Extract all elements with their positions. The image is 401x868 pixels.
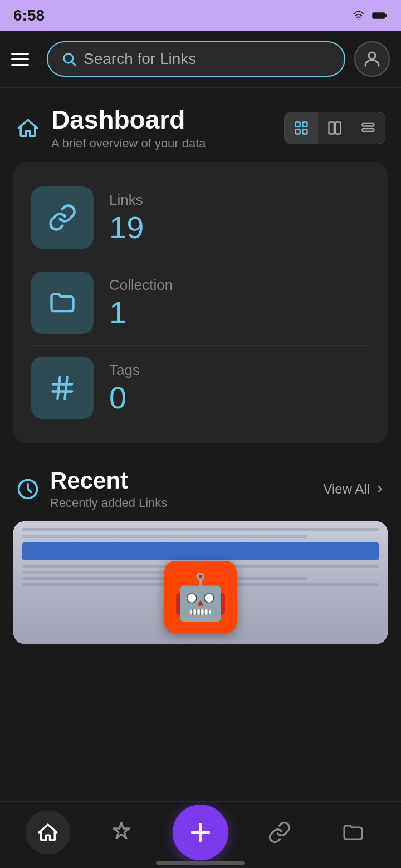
- reddit-icon: 🤖: [173, 575, 228, 619]
- view-columns-button[interactable]: [318, 112, 351, 144]
- wifi-icon: [351, 10, 366, 21]
- link-icon: [48, 203, 77, 232]
- recent-card-bg: 🤖: [13, 521, 388, 644]
- bottom-nav: [0, 801, 401, 868]
- nav-add-icon: [187, 819, 214, 846]
- svg-line-3: [72, 62, 75, 65]
- svg-rect-10: [335, 122, 340, 134]
- home-indicator: [156, 861, 245, 865]
- view-all-label: View All: [323, 481, 370, 497]
- recent-header: Recent Recently added Links View All: [0, 459, 401, 517]
- view-all-button[interactable]: View All: [323, 481, 385, 497]
- svg-point-4: [369, 52, 375, 59]
- status-icons: [351, 10, 388, 21]
- links-info: Links 19: [109, 191, 144, 243]
- recent-clock-icon: [16, 477, 40, 501]
- collection-value: 1: [109, 297, 173, 328]
- nav-add-button[interactable]: [173, 805, 228, 860]
- collection-label: Collection: [109, 277, 173, 294]
- stat-row-links: Links 19: [31, 175, 370, 260]
- links-icon-box: [31, 186, 94, 249]
- dashboard-header: Dashboard A brief overview of your data: [0, 88, 401, 162]
- view-toggle: [284, 112, 385, 144]
- svg-rect-9: [329, 122, 334, 134]
- status-bar: 6:58: [0, 0, 401, 31]
- dashboard-subtitle: A brief overview of your data: [51, 136, 206, 151]
- nav-home-icon: [36, 821, 60, 844]
- svg-rect-8: [302, 130, 307, 134]
- links-value: 19: [109, 212, 144, 243]
- stats-card: Links 19 Collection 1: [13, 162, 388, 443]
- svg-line-16: [65, 377, 67, 398]
- nav-link-icon: [268, 821, 291, 844]
- svg-line-15: [57, 377, 60, 398]
- recent-title-block: Recent Recently added Links: [50, 468, 167, 510]
- dashboard-title-block: Dashboard A brief overview of your data: [51, 106, 206, 151]
- tags-icon-box: [31, 357, 94, 419]
- top-nav: Search for Links: [0, 31, 401, 87]
- tags-label: Tags: [109, 362, 140, 379]
- chevron-right-icon: [374, 484, 385, 495]
- svg-rect-0: [373, 13, 385, 18]
- nav-link-button[interactable]: [257, 810, 302, 855]
- tags-info: Tags 0: [109, 362, 140, 413]
- tags-value: 0: [109, 382, 140, 413]
- dashboard-home-icon: [16, 116, 40, 140]
- collection-icon-box: [31, 272, 94, 334]
- battery-icon: [372, 10, 388, 21]
- view-list-button[interactable]: [351, 112, 385, 144]
- recent-title: Recent: [50, 468, 167, 494]
- recent-subtitle: Recently added Links: [50, 496, 167, 510]
- hash-icon: [48, 373, 77, 402]
- svg-rect-12: [363, 129, 374, 131]
- svg-rect-1: [385, 14, 387, 17]
- svg-rect-6: [302, 122, 307, 127]
- stat-row-collection: Collection 1: [31, 260, 370, 345]
- svg-rect-7: [296, 130, 300, 134]
- nav-folder-button[interactable]: [331, 810, 375, 855]
- search-placeholder: Search for Links: [84, 50, 196, 68]
- collection-info: Collection 1: [109, 277, 173, 328]
- profile-icon: [362, 49, 382, 69]
- search-bar[interactable]: Search for Links: [47, 41, 345, 77]
- main-content: Dashboard A brief overview of your data: [0, 88, 401, 722]
- profile-button[interactable]: [354, 41, 390, 77]
- dashboard-title: Dashboard: [51, 106, 206, 134]
- menu-button[interactable]: [11, 46, 38, 72]
- svg-rect-11: [363, 124, 374, 126]
- search-icon: [61, 51, 77, 67]
- nav-pin-icon: [110, 821, 133, 844]
- nav-folder-icon: [341, 821, 365, 844]
- reddit-logo: 🤖: [164, 561, 237, 633]
- nav-pin-button[interactable]: [99, 810, 144, 855]
- status-time: 6:58: [13, 7, 45, 24]
- folder-icon: [48, 288, 77, 317]
- links-label: Links: [109, 191, 144, 209]
- recent-left: Recent Recently added Links: [16, 468, 167, 510]
- view-grid-button[interactable]: [285, 112, 318, 144]
- nav-home-button[interactable]: [26, 810, 70, 855]
- recent-card[interactable]: 🤖: [13, 521, 388, 644]
- svg-rect-5: [296, 122, 300, 127]
- dashboard-left: Dashboard A brief overview of your data: [16, 106, 206, 151]
- stat-row-tags: Tags 0: [31, 345, 370, 430]
